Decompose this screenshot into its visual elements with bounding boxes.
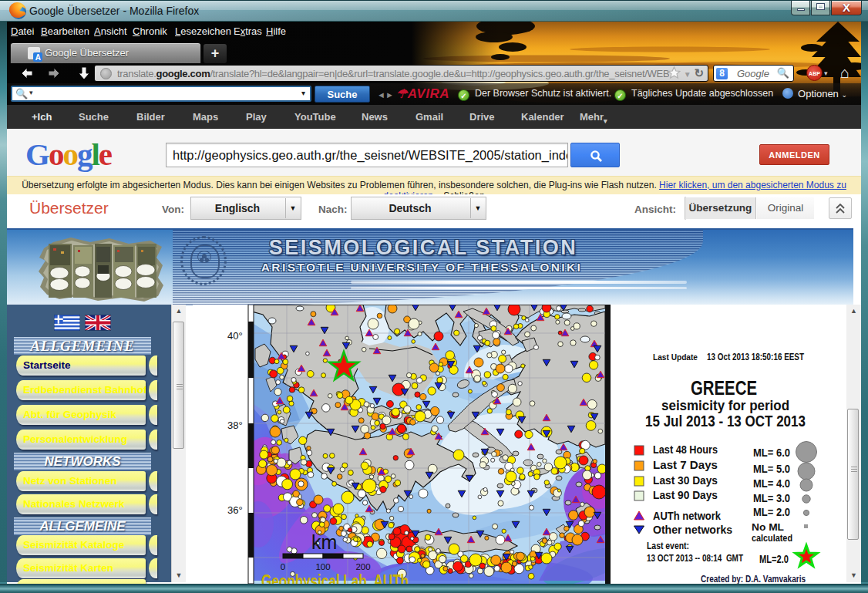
svg-text:36°: 36° <box>227 504 243 516</box>
svg-text:100: 100 <box>315 562 330 571</box>
svg-text:calculated: calculated <box>752 532 792 544</box>
svg-text:Last Update: Last Update <box>653 352 698 362</box>
svg-text:13 OCT 2013 -- 08:14 GMT: 13 OCT 2013 -- 08:14 GMT <box>647 553 743 564</box>
svg-text:200: 200 <box>355 562 370 571</box>
svg-text:ML= 2.0: ML= 2.0 <box>753 505 790 518</box>
svg-text:38°: 38° <box>227 419 243 431</box>
svg-text:40°: 40° <box>227 330 243 342</box>
svg-text:Last 7 Days: Last 7 Days <box>653 458 718 471</box>
svg-text:15 Jul 2013 - 13 OCT 2013: 15 Jul 2013 - 13 OCT 2013 <box>645 413 806 430</box>
svg-text:Geophysical Lab, AUTh: Geophysical Lab, AUTh <box>261 571 409 584</box>
svg-text:Last 90 Days: Last 90 Days <box>653 488 718 501</box>
svg-text:Other networks: Other networks <box>653 524 732 536</box>
svg-text:km: km <box>311 531 337 553</box>
svg-text:0: 0 <box>281 562 285 571</box>
svg-text:Last 48 Hours: Last 48 Hours <box>653 443 718 456</box>
svg-text:seismicity for period: seismicity for period <box>661 397 789 413</box>
svg-text:AUTh network: AUTh network <box>653 510 722 522</box>
svg-text:ML= 6.0: ML= 6.0 <box>753 446 790 459</box>
svg-text:ML= 3.0: ML= 3.0 <box>753 491 790 504</box>
svg-text:Last 30 Days: Last 30 Days <box>653 473 718 487</box>
svg-text:No ML: No ML <box>752 521 784 533</box>
svg-text:Created by: D.A. Vamvakaris: Created by: D.A. Vamvakaris <box>701 573 806 584</box>
svg-text:ML= 5.0: ML= 5.0 <box>753 462 790 475</box>
svg-text:ML=2.0: ML=2.0 <box>759 553 789 565</box>
svg-text:Last event:: Last event: <box>647 541 689 551</box>
svg-text:ML= 4.0: ML= 4.0 <box>753 477 790 490</box>
svg-text:GREECE: GREECE <box>691 377 757 399</box>
svg-text:13 Oct 2013 18:50:16 EEST: 13 Oct 2013 18:50:16 EEST <box>707 352 804 362</box>
